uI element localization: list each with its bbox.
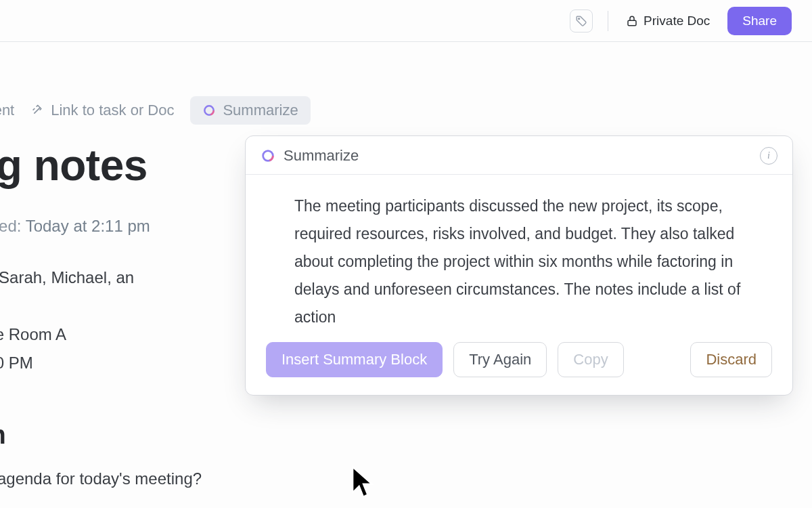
link-arrow-icon (30, 104, 44, 117)
section-heading: rsation (0, 416, 495, 454)
svg-point-0 (579, 18, 580, 19)
ai-sparkle-icon (261, 148, 275, 163)
popover-header: Summarize i (246, 136, 792, 175)
tag-button[interactable] (570, 9, 593, 33)
privacy-toggle[interactable]: Private Doc (623, 9, 713, 33)
share-button[interactable]: Share (727, 7, 792, 35)
tag-icon (575, 15, 587, 27)
summarize-label: Summarize (223, 102, 298, 119)
summary-text: The meeting participants discussed the n… (246, 175, 792, 342)
svg-rect-1 (628, 20, 636, 26)
summarize-popover: Summarize i The meeting participants dis… (245, 135, 793, 396)
link-tool[interactable]: Link to task or Doc (30, 102, 174, 119)
top-bar: Private Doc Share (0, 0, 812, 42)
summarize-chip[interactable]: Summarize (190, 96, 310, 125)
popover-actions: Insert Summary Block Try Again Copy Disc… (246, 342, 792, 395)
info-button[interactable]: i (760, 147, 777, 165)
ai-sparkle-icon (202, 104, 216, 117)
popover-title: Summarize (284, 147, 752, 165)
updated-value: Today at 2:11 pm (26, 217, 150, 235)
participants-value: John, Sarah, Michael, an (0, 268, 134, 287)
dialogue-line: what's the agenda for today's meeting? (0, 467, 495, 491)
updated-prefix: Last Updated: (0, 217, 21, 235)
inline-toolbar: mment Link to task or Doc Summarize (0, 96, 812, 125)
info-icon: i (767, 150, 770, 161)
try-again-button[interactable]: Try Again (453, 342, 547, 377)
lock-icon (626, 15, 638, 27)
insert-summary-button[interactable]: Insert Summary Block (266, 342, 443, 377)
discard-button[interactable]: Discard (690, 342, 772, 377)
link-label: Link to task or Doc (51, 102, 174, 119)
separator (608, 11, 608, 31)
comment-tool[interactable]: mment (0, 102, 14, 119)
privacy-label: Private Doc (644, 14, 710, 28)
comment-label: mment (0, 102, 14, 119)
copy-button[interactable]: Copy (558, 342, 623, 377)
